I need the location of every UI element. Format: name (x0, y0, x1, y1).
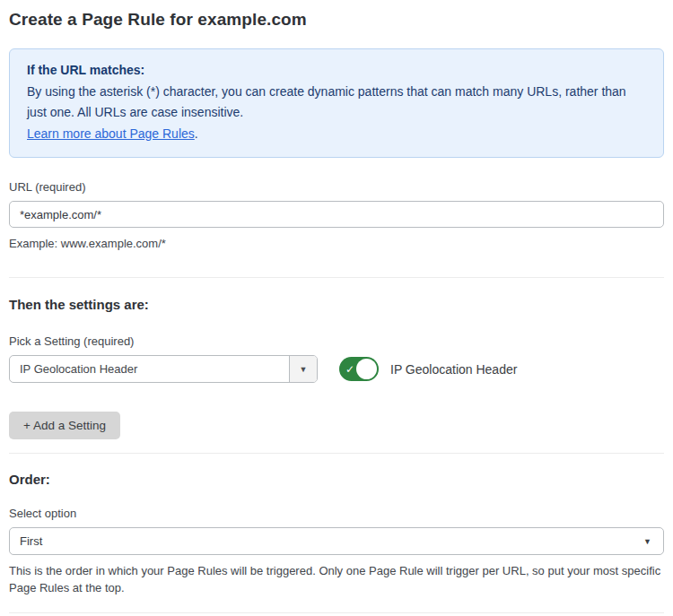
order-select[interactable]: First ▼ (9, 527, 664, 555)
url-match-info-box: If the URL matches: By using the asteris… (9, 48, 664, 158)
setting-picker-label: Pick a Setting (required) (9, 334, 664, 348)
info-box-link-line: Learn more about Page Rules. (27, 124, 646, 145)
check-icon: ✓ (345, 362, 354, 375)
divider (9, 453, 664, 454)
chevron-down-icon: ▼ (300, 365, 308, 374)
url-field-label: URL (required) (9, 180, 664, 194)
page-rule-form: Create a Page Rule for example.com If th… (0, 0, 673, 616)
setting-dropdown-value: IP Geolocation Header (10, 356, 289, 382)
divider (9, 277, 664, 278)
order-select-label: Select option (9, 507, 664, 520)
info-box-heading: If the URL matches: (27, 60, 646, 82)
toggle-label: IP Geolocation Header (390, 362, 517, 377)
order-section-heading: Order: (9, 472, 664, 487)
divider (9, 612, 664, 613)
add-setting-button[interactable]: + Add a Setting (9, 412, 120, 439)
chevron-down-icon: ▼ (643, 537, 651, 546)
learn-more-link[interactable]: Learn more about Page Rules (27, 126, 195, 141)
settings-section-heading: Then the settings are: (9, 297, 664, 312)
url-input[interactable] (9, 201, 664, 228)
ip-geolocation-toggle[interactable]: ✓ (339, 357, 379, 381)
url-example-text: Example: www.example.com/* (9, 235, 664, 252)
page-title: Create a Page Rule for example.com (9, 10, 664, 30)
link-suffix: . (195, 126, 198, 141)
setting-row: IP Geolocation Header ▼ ✓ IP Geolocation… (9, 355, 664, 383)
setting-dropdown[interactable]: IP Geolocation Header ▼ (9, 355, 318, 383)
toggle-knob (356, 359, 377, 379)
order-help-text: This is the order in which your Page Rul… (9, 562, 664, 596)
info-box-body: By using the asterisk (*) character, you… (27, 82, 646, 124)
setting-dropdown-button[interactable]: ▼ (289, 356, 317, 382)
order-select-value: First (20, 534, 42, 548)
